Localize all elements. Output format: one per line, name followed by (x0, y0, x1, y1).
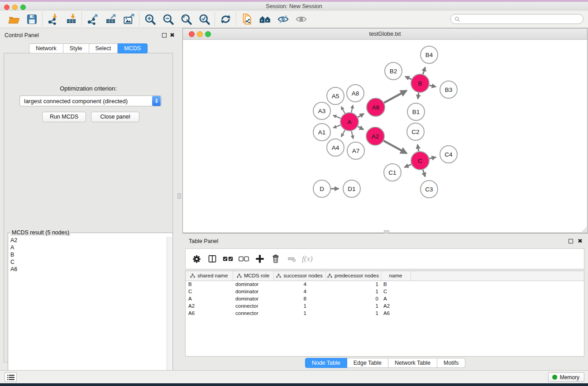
close-panel-button[interactable]: Close panel (91, 112, 139, 122)
add-row-button[interactable] (254, 253, 265, 264)
graph-node-C2[interactable]: C2 (407, 123, 424, 140)
cell-successor-nodes[interactable]: 1 (273, 310, 325, 317)
mcds-result-item[interactable]: C (9, 258, 167, 266)
cell-MCDS-role[interactable]: dominator (233, 288, 273, 295)
graph-node-A6[interactable]: A6 (367, 98, 385, 116)
deselect-all-checkboxes-button[interactable] (239, 253, 249, 264)
task-history-button[interactable] (5, 372, 17, 382)
home-view-button[interactable] (256, 11, 274, 27)
column-header-name[interactable]: name (381, 271, 411, 281)
float-panel-icon[interactable] (569, 239, 573, 243)
delete-rows-button[interactable] (270, 253, 281, 264)
cell-shared-name[interactable]: A6 (186, 310, 233, 317)
cell-shared-name[interactable]: B (186, 281, 233, 288)
graph-edge-B-B3[interactable] (429, 86, 435, 87)
delete-table-button[interactable] (286, 253, 297, 264)
graph-edge-A-A1[interactable] (333, 125, 340, 128)
cell-predecessor-nodes[interactable]: 1 (325, 281, 381, 288)
table-row[interactable]: Bdominator41B (186, 281, 584, 288)
graph-node-C1[interactable]: C1 (384, 164, 401, 181)
export-network-button[interactable] (83, 11, 101, 27)
tab-node-table[interactable]: Node Table (305, 358, 347, 368)
table-row[interactable]: Cdominator41C (186, 288, 584, 295)
network-canvas[interactable]: B4B2BB3A5A8A6A3AB1A1C2A2A4A7C4CC1C3DD1 (183, 40, 587, 233)
cell-successor-nodes[interactable]: 1 (273, 302, 325, 310)
window-resize-grip[interactable] (580, 226, 587, 232)
zoom-in-button[interactable] (141, 11, 159, 27)
cell-predecessor-nodes[interactable]: 1 (325, 288, 381, 295)
search-input[interactable] (460, 16, 583, 22)
graph-node-A7[interactable]: A7 (347, 142, 364, 159)
graph-edge-A-A8[interactable] (351, 105, 353, 112)
graph-edge-B-B2[interactable] (405, 76, 411, 79)
tab-motifs[interactable]: Motifs (437, 358, 465, 368)
graph-edge-B-B4[interactable] (423, 67, 425, 74)
graph-edge-A-A7[interactable] (351, 131, 353, 139)
cell-predecessor-nodes[interactable]: 1 (325, 302, 381, 310)
divider-collapse-handle[interactable] (177, 193, 181, 199)
tab-edge-table[interactable]: Edge Table (347, 358, 388, 368)
cell-name[interactable]: A2 (381, 302, 411, 310)
export-image-button[interactable] (120, 11, 138, 27)
table-settings-button[interactable] (191, 253, 202, 264)
tab-style[interactable]: Style (63, 43, 89, 53)
cell-successor-nodes[interactable]: 4 (273, 281, 325, 288)
column-header-successor-nodes[interactable]: successor nodes (273, 271, 325, 281)
tab-network[interactable]: Network (29, 43, 63, 53)
graph-node-C[interactable]: C (411, 152, 429, 170)
zoom-out-button[interactable] (159, 11, 177, 27)
graph-node-B4[interactable]: B4 (421, 46, 438, 63)
zoom-fit-button[interactable] (177, 11, 195, 27)
graph-node-D[interactable]: D (313, 180, 330, 197)
mcds-result-list[interactable]: A2ABCA6 (9, 237, 167, 385)
graph-node-A2[interactable]: A2 (366, 127, 384, 145)
cell-predecessor-nodes[interactable]: 0 (325, 295, 381, 302)
graph-edge-A-A5[interactable] (341, 107, 345, 114)
tab-select[interactable]: Select (89, 43, 118, 53)
cell-MCDS-role[interactable]: dominator (233, 281, 273, 288)
graph-node-A1[interactable]: A1 (313, 124, 330, 141)
mcds-result-item[interactable]: B (9, 251, 167, 258)
function-builder-button[interactable]: f(x) (302, 254, 313, 263)
node-table-grid[interactable]: shared nameMCDS rolesuccessor nodesprede… (186, 271, 584, 317)
close-panel-icon[interactable]: ✖ (170, 32, 175, 38)
tab-network-table[interactable]: Network Table (388, 358, 437, 368)
cell-predecessor-nodes[interactable]: 1 (325, 310, 381, 317)
graph-edge-A-A2[interactable] (358, 126, 363, 129)
cell-MCDS-role[interactable]: connector (233, 310, 273, 317)
cell-name[interactable]: A6 (381, 310, 411, 317)
graph-node-B[interactable]: B (411, 74, 429, 92)
graph-edge-C-C2[interactable] (417, 144, 418, 151)
graph-node-C4[interactable]: C4 (440, 146, 457, 163)
mcds-result-item[interactable]: A (9, 244, 167, 251)
mcds-result-item[interactable]: A6 (9, 266, 167, 273)
tab-mcds[interactable]: MCDS (118, 43, 148, 53)
graph-edge-C-C4[interactable] (429, 157, 435, 158)
table-row[interactable]: A6connector11A6 (186, 310, 584, 317)
graph-edge-A-A6[interactable] (358, 114, 364, 117)
show-columns-button[interactable] (207, 253, 218, 264)
save-session-button[interactable] (23, 11, 41, 27)
refresh-button[interactable] (216, 11, 234, 27)
graph-edge-A2-C[interactable] (383, 141, 406, 153)
graph-edge-A-A4[interactable] (341, 130, 345, 137)
duplicate-network-button[interactable] (238, 11, 256, 27)
graph-node-D1[interactable]: D1 (343, 180, 360, 197)
show-all-button[interactable] (292, 11, 310, 27)
search-field[interactable] (450, 14, 583, 24)
graph-edge-B-B1[interactable] (418, 93, 419, 99)
graph-node-A5[interactable]: A5 (327, 87, 344, 105)
column-header-predecessor-nodes[interactable]: predecessor nodes (325, 271, 381, 281)
cell-name[interactable]: C (381, 288, 411, 295)
criterion-select[interactable]: largest connected component (directed) (19, 95, 162, 106)
graph-node-A4[interactable]: A4 (327, 139, 344, 156)
column-header-shared-name[interactable]: shared name (186, 271, 233, 281)
memory-button[interactable]: Memory (548, 372, 584, 382)
cell-name[interactable]: B (381, 281, 411, 288)
cell-shared-name[interactable]: A2 (186, 302, 233, 310)
cell-MCDS-role[interactable]: connector (233, 302, 273, 310)
column-header-MCDS-role[interactable]: MCDS role (233, 271, 273, 281)
cell-shared-name[interactable]: C (186, 288, 233, 295)
cell-successor-nodes[interactable]: 4 (273, 288, 325, 295)
close-panel-icon[interactable]: ✖ (578, 238, 583, 244)
